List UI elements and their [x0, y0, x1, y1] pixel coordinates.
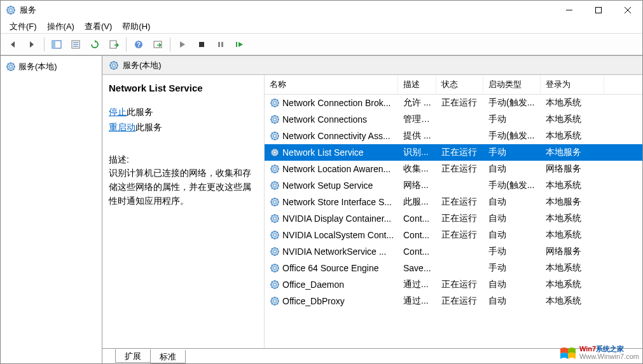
- pause-button[interactable]: [212, 36, 230, 53]
- stop-link[interactable]: 停止: [109, 107, 127, 117]
- properties-button[interactable]: [67, 36, 85, 53]
- service-logon: 本地系统: [541, 114, 604, 125]
- service-row[interactable]: Office 64 Source EngineSave...手动本地系统: [265, 260, 642, 276]
- maximize-button[interactable]: [584, 1, 613, 20]
- service-logon: 本地服务: [541, 196, 604, 208]
- service-start: 手动(触发...: [483, 180, 541, 191]
- content-pane: 服务(本地) Network List Service 停止此服务 重启动此服务…: [102, 56, 642, 363]
- service-name: Network Store Interface S...: [282, 197, 392, 207]
- service-start: 手动: [483, 114, 541, 125]
- service-logon: 网络服务: [541, 163, 604, 175]
- app-gear-icon: [6, 5, 16, 15]
- help-button[interactable]: ?: [130, 36, 148, 53]
- gear-icon: [270, 164, 280, 174]
- play-button[interactable]: [174, 36, 191, 53]
- column-name[interactable]: 名称: [265, 75, 398, 94]
- service-start: 自动: [483, 229, 541, 241]
- service-desc: 通过...: [398, 295, 436, 307]
- gear-icon: [270, 114, 280, 125]
- service-row[interactable]: Network Connectivity Ass...提供 ...手动(触发..…: [265, 128, 642, 144]
- window-title: 服务: [20, 4, 555, 16]
- service-name: Network Connection Brok...: [282, 98, 391, 108]
- tree-pane: 服务(本地): [1, 56, 102, 363]
- svg-text:?: ?: [137, 41, 141, 48]
- service-desc: 通过...: [398, 279, 436, 290]
- service-status: 正在运行: [436, 196, 483, 208]
- svg-rect-20: [110, 41, 116, 48]
- list-body[interactable]: Network Connection Brok...允许 ...正在运行手动(触…: [265, 95, 642, 348]
- service-name: Network Connections: [282, 114, 367, 125]
- menu-help[interactable]: 帮助(H): [117, 20, 155, 34]
- svg-rect-24: [199, 42, 204, 47]
- service-status: 正在运行: [436, 163, 483, 175]
- detail-desc: 识别计算机已连接的网络，收集和存储这些网络的属性，并在更改这些属性时通知应用程序…: [109, 166, 258, 208]
- stop-button[interactable]: [193, 36, 211, 53]
- service-logon: 本地系统: [541, 130, 604, 142]
- restart-button[interactable]: [231, 36, 249, 53]
- service-row[interactable]: Network Connection Brok...允许 ...正在运行手动(触…: [265, 95, 642, 111]
- service-row[interactable]: NVIDIA NetworkService ...Cont...手动网络服务: [265, 243, 642, 260]
- refresh-button[interactable]: [86, 36, 104, 53]
- stop-suffix: 此服务: [127, 107, 153, 117]
- service-row[interactable]: Network List Service识别...正在运行手动本地服务: [265, 144, 642, 161]
- show-hide-button[interactable]: [48, 36, 66, 53]
- service-logon: 本地系统: [541, 279, 604, 290]
- gear-icon: [109, 60, 119, 71]
- toolbar: ?: [1, 34, 642, 55]
- service-row[interactable]: Office_DbProxy通过...正在运行自动本地系统: [265, 293, 642, 309]
- column-start[interactable]: 启动类型: [483, 75, 541, 94]
- column-logon[interactable]: 登录为: [541, 75, 604, 94]
- gear-icon: [270, 147, 280, 158]
- gear-icon: [270, 246, 280, 257]
- minimize-button[interactable]: [555, 1, 584, 20]
- gear-icon: [270, 98, 280, 108]
- export-button[interactable]: [105, 36, 123, 53]
- tree-root-node[interactable]: 服务(本地): [3, 60, 99, 74]
- gear-icon: [270, 180, 280, 191]
- menu-file[interactable]: 文件(F): [4, 20, 42, 34]
- back-button[interactable]: [4, 36, 22, 53]
- close-button[interactable]: [613, 1, 642, 20]
- service-desc: 网络...: [398, 180, 436, 191]
- service-logon: 本地系统: [541, 229, 604, 241]
- menu-view[interactable]: 查看(V): [80, 20, 117, 34]
- column-desc[interactable]: 描述: [398, 75, 436, 94]
- service-desc: 管理"...: [398, 114, 436, 125]
- service-row[interactable]: Network Setup Service网络...手动(触发...本地系统: [265, 177, 642, 194]
- service-row[interactable]: Network Store Interface S...此服...正在运行自动本…: [265, 194, 642, 210]
- tab-standard[interactable]: 标准: [150, 350, 186, 363]
- service-logon: 本地系统: [541, 262, 604, 274]
- service-desc: Cont...: [398, 246, 436, 257]
- detail-desc-label: 描述:: [109, 154, 258, 166]
- restart-link[interactable]: 重启动: [109, 122, 135, 132]
- open-button[interactable]: [149, 36, 167, 53]
- service-start: 自动: [483, 196, 541, 208]
- service-status: 正在运行: [436, 229, 483, 241]
- service-row[interactable]: Office_Daemon通过...正在运行自动本地系统: [265, 276, 642, 293]
- service-name: Network Location Awaren...: [282, 164, 391, 174]
- service-name: NVIDIA Display Container...: [282, 213, 391, 224]
- service-row[interactable]: Network Connections管理"...手动本地系统: [265, 111, 642, 128]
- gear-icon: [270, 213, 280, 224]
- service-desc: 此服...: [398, 196, 436, 208]
- service-row[interactable]: NVIDIA Display Container...Cont...正在运行自动…: [265, 210, 642, 227]
- service-row[interactable]: NVIDIA LocalSystem Cont...Cont...正在运行自动本…: [265, 227, 642, 243]
- content-header-title: 服务(本地): [123, 60, 162, 71]
- tab-extended[interactable]: 扩展: [115, 349, 151, 363]
- column-status[interactable]: 状态: [436, 75, 483, 94]
- service-desc: 提供 ...: [398, 130, 436, 142]
- menu-action[interactable]: 操作(A): [42, 20, 80, 34]
- svg-rect-15: [52, 41, 55, 48]
- service-start: 手动(触发...: [483, 130, 541, 142]
- service-logon: 本地服务: [541, 147, 604, 158]
- gear-icon: [270, 263, 280, 273]
- content-header: 服务(本地): [102, 56, 642, 75]
- menubar: 文件(F) 操作(A) 查看(V) 帮助(H): [1, 20, 642, 34]
- detail-pane: Network List Service 停止此服务 重启动此服务 描述: 识别…: [102, 75, 265, 348]
- service-desc: Save...: [398, 263, 436, 273]
- service-name: Network Setup Service: [282, 180, 373, 191]
- gear-icon: [270, 230, 280, 240]
- svg-rect-11: [596, 8, 602, 13]
- forward-button[interactable]: [23, 36, 41, 53]
- service-row[interactable]: Network Location Awaren...收集...正在运行自动网络服…: [265, 161, 642, 177]
